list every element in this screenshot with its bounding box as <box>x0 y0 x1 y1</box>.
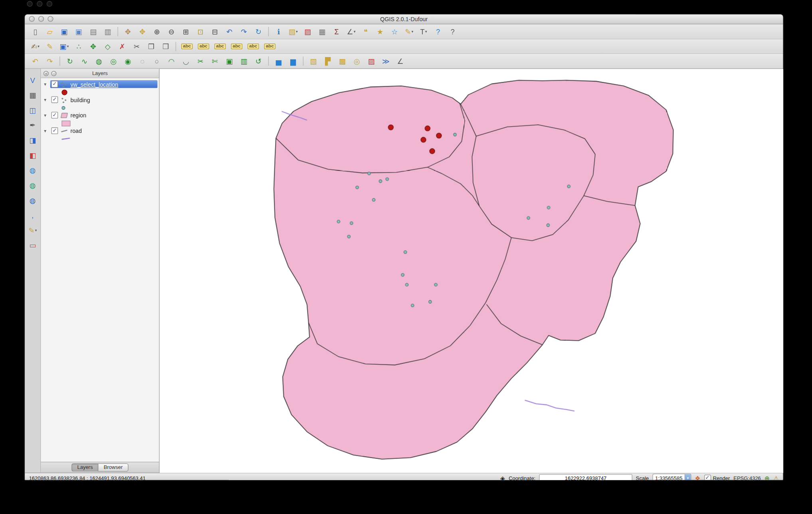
panel-tab-layers[interactable]: Layers <box>71 463 98 472</box>
layer-visibility-checkbox[interactable]: ✓ <box>51 81 58 87</box>
help-icon[interactable]: ? <box>432 26 445 38</box>
new-project-icon[interactable]: ▯ <box>28 26 42 38</box>
crs-status-icon[interactable]: ⊕ <box>764 475 770 480</box>
render-checkbox[interactable]: ✓ <box>704 475 711 480</box>
select-features-icon[interactable]: ▧▾ <box>286 26 300 38</box>
add-feature-icon[interactable]: ∴ <box>72 40 85 52</box>
scale-combo[interactable]: 1:33565585 ▾ <box>652 474 691 480</box>
full-histogram-stretch-icon[interactable]: ▆ <box>286 55 300 67</box>
add-delimited-text-layer-icon[interactable]: , <box>26 209 39 221</box>
statistical-summary-icon[interactable]: Σ <box>330 26 343 38</box>
add-oracle-layer-icon[interactable]: ◧ <box>26 149 39 162</box>
new-print-composer-icon[interactable]: ▤ <box>87 26 100 38</box>
remove-layer-icon[interactable]: ▭ <box>26 239 39 251</box>
layer-item-region[interactable]: ▾✓region <box>41 111 159 119</box>
whats-this-icon[interactable]: ? <box>446 26 459 38</box>
window-titlebar[interactable]: QGIS 2.0.1-Dufour <box>25 14 783 24</box>
new-shapefile-layer-icon[interactable]: ✎▾ <box>26 224 39 237</box>
map-tips-icon[interactable]: ❝ <box>359 26 372 38</box>
identify-features-icon[interactable]: ℹ <box>272 26 285 38</box>
expand-collapse-icon[interactable]: ▾ <box>44 81 50 87</box>
python-console-icon[interactable]: ≫ <box>379 55 393 67</box>
merge-features-icon[interactable]: ▣ <box>223 55 236 67</box>
show-bookmarks-icon[interactable]: ☆ <box>388 26 402 38</box>
annotation-icon[interactable]: ✎▾ <box>402 26 416 38</box>
redo-icon[interactable]: ↷ <box>43 55 57 67</box>
select-by-polygon-icon[interactable]: ▛ <box>321 55 335 67</box>
zoom-to-layer-icon[interactable]: ⊟ <box>208 26 222 38</box>
merge-attributes-icon[interactable]: ▥ <box>237 55 251 67</box>
rotate-point-symbols-icon[interactable]: ↺ <box>252 55 265 67</box>
refresh-map-icon[interactable]: ↻ <box>252 26 265 38</box>
layer-visibility-checkbox[interactable]: ✓ <box>51 96 58 103</box>
split-features-icon[interactable]: ✂ <box>194 55 207 67</box>
zoom-next-icon[interactable]: ↷ <box>237 26 251 38</box>
cut-features-icon[interactable]: ✂ <box>130 40 144 52</box>
rotate-feature-icon[interactable]: ↻ <box>63 55 77 67</box>
zoom-out-icon[interactable]: ⊖ <box>165 26 178 38</box>
move-label-icon[interactable]: abc <box>229 40 244 52</box>
zoom-last-icon[interactable]: ↶ <box>223 26 236 38</box>
select-by-rectangle-icon[interactable]: ▧ <box>307 55 320 67</box>
measure-icon[interactable]: ∠▾ <box>345 26 358 38</box>
offset-curve-icon[interactable]: ◠ <box>165 55 178 67</box>
layer-item-road[interactable]: ▾✓road <box>41 127 159 134</box>
delete-ring-icon[interactable]: ◌ <box>136 55 149 67</box>
paste-features-icon[interactable]: ❒ <box>159 40 172 52</box>
zoom-window-button[interactable] <box>48 16 53 22</box>
add-wcs-layer-icon[interactable]: ◍ <box>26 179 39 192</box>
text-annotation-icon[interactable]: T▾ <box>417 26 430 38</box>
minimize-window-button[interactable] <box>38 16 44 22</box>
save-layer-edits-icon[interactable]: ▣▾ <box>57 40 71 52</box>
add-wms-layer-icon[interactable]: ◍ <box>26 164 39 176</box>
add-ring-icon[interactable]: ◍ <box>92 55 106 67</box>
simplify-feature-icon[interactable]: ∿ <box>78 55 91 67</box>
labeling-icon[interactable]: abc <box>179 40 195 52</box>
zoom-full-extent-icon[interactable]: ⊞ <box>179 26 193 38</box>
zoom-in-icon[interactable]: ⊕ <box>150 26 164 38</box>
pan-map-icon[interactable]: ✥ <box>121 26 135 38</box>
expand-collapse-icon[interactable]: ▾ <box>44 97 50 102</box>
split-parts-icon[interactable]: ✄ <box>208 55 222 67</box>
add-mssql-layer-icon[interactable]: ◨ <box>26 134 39 146</box>
save-project-icon[interactable]: ▣ <box>57 26 71 38</box>
change-label-icon[interactable]: abc <box>262 40 277 52</box>
undo-icon[interactable]: ↶ <box>28 55 42 67</box>
close-window-button[interactable] <box>29 16 35 22</box>
add-spatialite-layer-icon[interactable]: ✒ <box>26 119 39 131</box>
log-messages-icon[interactable]: ⚠ <box>773 475 779 480</box>
new-bookmark-icon[interactable]: ★ <box>373 26 387 38</box>
pan-to-selection-icon[interactable]: ✥ <box>136 26 149 38</box>
delete-part-icon[interactable]: ○ <box>150 55 164 67</box>
layer-item-vw_select_location[interactable]: ▾✓vw_select_location <box>41 80 159 88</box>
layer-item-building[interactable]: ▾✓building <box>41 96 159 103</box>
expand-collapse-icon[interactable]: ▾ <box>44 128 50 133</box>
deselect-features-icon[interactable]: ▨ <box>301 26 315 38</box>
stop-rendering-icon[interactable]: ❖ <box>695 475 701 480</box>
add-vector-layer-icon[interactable]: V <box>26 74 39 86</box>
layer-visibility-checkbox[interactable]: ✓ <box>51 112 58 119</box>
expand-collapse-icon[interactable]: ▾ <box>44 113 50 118</box>
composer-manager-icon[interactable]: ▥ <box>101 26 115 38</box>
reshape-features-icon[interactable]: ◡ <box>179 55 193 67</box>
open-attribute-table-icon[interactable]: ▦ <box>315 26 329 38</box>
select-by-radius-icon[interactable]: ◎ <box>350 55 364 67</box>
fill-ring-icon[interactable]: ◉ <box>121 55 135 67</box>
combo-arrow-icon[interactable]: ▾ <box>685 474 691 480</box>
deselect-all-icon[interactable]: ▨ <box>364 55 378 67</box>
panel-tab-browser[interactable]: Browser <box>98 463 128 472</box>
open-project-icon[interactable]: ▱ <box>43 26 57 38</box>
highlight-pinned-labels-icon[interactable]: abc <box>212 40 228 52</box>
node-tool-icon[interactable]: ◇ <box>101 40 115 52</box>
current-edits-icon[interactable]: ✍▾ <box>28 40 42 52</box>
map-canvas[interactable] <box>160 69 783 473</box>
local-histogram-stretch-icon[interactable]: ▅ <box>272 55 285 67</box>
toggle-editing-icon[interactable]: ✎ <box>43 40 57 52</box>
add-raster-layer-icon[interactable]: ▦ <box>26 89 39 101</box>
rotate-label-icon[interactable]: abc <box>246 40 261 52</box>
toggle-extents-icon[interactable]: ◈ <box>500 475 505 480</box>
add-wfs-layer-icon[interactable]: ◍ <box>26 194 39 206</box>
save-project-as-icon[interactable]: ▣ <box>72 26 85 38</box>
pin-unpin-labels-icon[interactable]: abc <box>196 40 211 52</box>
render-toggle[interactable]: ✓ Render <box>704 475 730 480</box>
